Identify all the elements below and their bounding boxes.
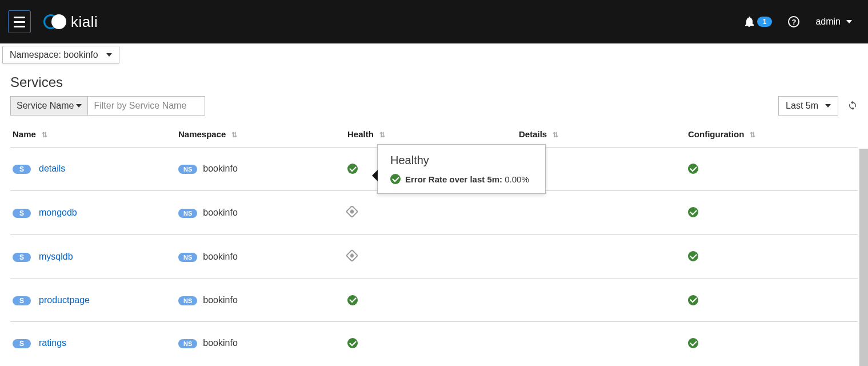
details-cell — [517, 279, 686, 322]
details-cell — [517, 322, 686, 365]
service-badge: S — [13, 165, 31, 174]
namespace-badge: NS — [178, 296, 197, 305]
kiali-logo-icon — [43, 13, 65, 30]
refresh-icon — [847, 100, 858, 110]
check-circle-icon — [347, 164, 358, 174]
time-range-dropdown[interactable]: Last 5m — [778, 96, 838, 116]
health-tooltip: Healthy Error Rate over last 5m: 0.00% — [377, 144, 546, 194]
tooltip-metric-label: Error Rate over last 5m: — [405, 174, 502, 184]
health-cell[interactable] — [345, 279, 517, 322]
configuration-cell — [686, 190, 858, 234]
configuration-cell — [686, 148, 858, 191]
check-circle-icon — [347, 295, 358, 305]
health-cell[interactable] — [345, 234, 517, 279]
hamburger-menu-button[interactable] — [8, 10, 31, 33]
diamond-unknown-icon — [346, 249, 359, 262]
bell-icon — [745, 17, 754, 27]
namespace-badge: NS — [178, 253, 197, 262]
table-row: SmysqldbNSbookinfo — [10, 234, 858, 279]
caret-down-icon — [76, 104, 82, 108]
sort-icon: ⇅ — [231, 131, 237, 139]
namespace-value: bookinfo — [203, 338, 238, 348]
check-circle-icon — [688, 295, 698, 305]
diamond-unknown-icon — [346, 205, 359, 218]
namespace-badge: NS — [178, 209, 197, 218]
namespace-value: bookinfo — [203, 252, 238, 261]
service-link[interactable]: mysqldb — [39, 252, 73, 261]
health-cell[interactable] — [345, 190, 517, 234]
sort-icon: ⇅ — [42, 131, 47, 139]
notifications-button[interactable]: 1 — [745, 17, 773, 27]
refresh-button[interactable] — [847, 100, 858, 112]
configuration-cell — [686, 234, 858, 279]
namespace-selector[interactable]: Namespace: bookinfo — [2, 46, 119, 64]
user-menu-button[interactable]: admin — [815, 17, 852, 27]
filter-toolbar: Service Name Last 5m — [0, 96, 868, 124]
caret-down-icon — [825, 104, 831, 108]
caret-down-icon — [106, 53, 112, 57]
filter-input[interactable] — [88, 96, 205, 116]
details-cell — [517, 190, 686, 234]
namespace-row: Namespace: bookinfo — [0, 43, 868, 64]
service-link[interactable]: details — [39, 164, 65, 173]
namespace-value: bookinfo — [203, 295, 238, 305]
filter-type-dropdown[interactable]: Service Name — [10, 96, 88, 116]
check-circle-icon — [688, 338, 698, 348]
table-row: SratingsNSbookinfo — [10, 322, 858, 365]
scrollbar[interactable] — [859, 149, 868, 366]
namespace-value: bookinfo — [203, 164, 238, 173]
topbar-right: 1 ? admin — [745, 16, 852, 27]
tooltip-title: Healthy — [390, 154, 533, 167]
service-badge: S — [13, 296, 31, 305]
service-badge: S — [13, 209, 31, 218]
brand-name: kiali — [71, 13, 98, 31]
sort-icon: ⇅ — [553, 131, 558, 139]
namespace-badge: NS — [178, 339, 197, 348]
check-circle-icon — [390, 174, 401, 184]
configuration-cell — [686, 279, 858, 322]
tooltip-metric-line: Error Rate over last 5m: 0.00% — [390, 174, 533, 184]
check-circle-icon — [347, 338, 358, 348]
hamburger-icon — [14, 17, 25, 27]
details-cell — [517, 234, 686, 279]
service-badge: S — [13, 339, 31, 348]
top-bar: kiali 1 ? admin — [0, 0, 868, 43]
brand-logo[interactable]: kiali — [43, 13, 98, 31]
table-row: SproductpageNSbookinfo — [10, 279, 858, 322]
user-name: admin — [815, 17, 841, 27]
filter-type-label: Service Name — [17, 101, 74, 111]
time-range-label: Last 5m — [786, 101, 818, 111]
service-link[interactable]: ratings — [39, 338, 66, 348]
sort-icon: ⇅ — [750, 131, 755, 139]
tooltip-metric-value: 0.00% — [505, 174, 529, 184]
page-title: Services — [0, 64, 868, 96]
caret-down-icon — [846, 20, 852, 23]
col-namespace[interactable]: Namespace⇅ — [176, 124, 345, 148]
namespace-badge: NS — [178, 165, 197, 174]
configuration-cell — [686, 322, 858, 365]
service-link[interactable]: mongodb — [39, 208, 77, 217]
help-button[interactable]: ? — [788, 16, 799, 27]
check-circle-icon — [688, 207, 698, 217]
col-configuration[interactable]: Configuration⇅ — [686, 124, 858, 148]
col-name[interactable]: Name⇅ — [10, 124, 176, 148]
table-row: SmongodbNSbookinfo — [10, 190, 858, 234]
check-circle-icon — [688, 251, 698, 261]
notification-count-badge: 1 — [757, 17, 773, 27]
service-link[interactable]: productpage — [39, 295, 90, 305]
service-badge: S — [13, 253, 31, 262]
namespace-value: bookinfo — [203, 208, 238, 217]
sort-icon: ⇅ — [379, 131, 385, 139]
namespace-label: Namespace: bookinfo — [10, 50, 98, 60]
check-circle-icon — [688, 164, 698, 174]
health-cell[interactable] — [345, 322, 517, 365]
